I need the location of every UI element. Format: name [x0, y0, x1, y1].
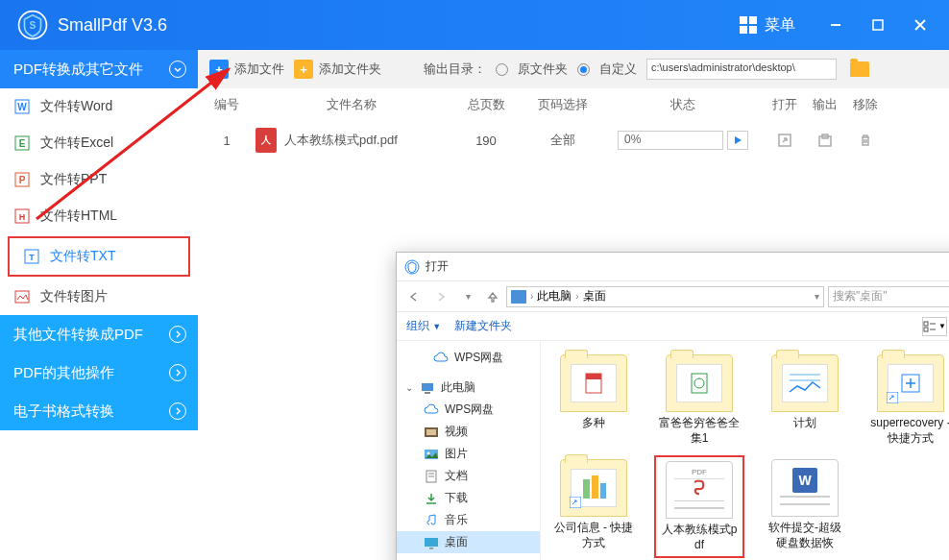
svg-rect-24 [924, 328, 928, 331]
folder-tree: WPS网盘 ⌄此电脑 WPS网盘 视频 图片 文档 下载 音乐 桌面 [397, 341, 541, 560]
progress-bar: 0% [618, 131, 723, 150]
tree-item-pc[interactable]: ⌄此电脑 [397, 377, 540, 399]
add-file-button[interactable]: + 添加文件 [209, 60, 284, 79]
expand-icon[interactable]: ⌄ [404, 382, 414, 393]
close-button[interactable] [899, 0, 941, 50]
browse-folder-button[interactable] [850, 61, 869, 77]
output-path-input[interactable]: c:\users\administrator\desktop\ [646, 59, 837, 80]
tree-item-wps[interactable]: WPS网盘 [397, 347, 540, 369]
sidebar-item-excel[interactable]: E 文件转Excel [0, 125, 198, 161]
back-button[interactable] [402, 286, 426, 307]
cloud-icon [433, 352, 449, 365]
header-sel: 页码选择 [524, 96, 601, 113]
svg-rect-48 [600, 483, 606, 499]
dialog-nav: ▾ › 此电脑 › 桌面 ▾ 搜索"桌面" [397, 281, 949, 312]
tree-item-download[interactable]: 下载 [397, 487, 540, 509]
open-button[interactable] [775, 131, 794, 150]
up-button[interactable] [483, 286, 502, 307]
sidebar-item-label: 文件转Word [40, 98, 112, 115]
search-input[interactable]: 搜索"桌面" [828, 286, 949, 307]
tree-item-image[interactable]: 图片 [397, 443, 540, 465]
minimize-button[interactable] [815, 0, 857, 50]
folder-icon [560, 459, 627, 517]
sidebar-item-txt[interactable]: T 文件转TXT [10, 238, 188, 275]
recent-dropdown[interactable]: ▾ [456, 286, 479, 307]
file-item-selected[interactable]: PDF 人本教练模式pdf [654, 455, 744, 558]
add-folder-button[interactable]: + 添加文件夹 [294, 60, 381, 79]
cell-sel: 全部 [524, 132, 601, 149]
sidebar-item-image[interactable]: 文件转图片 [0, 279, 198, 315]
radio-original[interactable]: 原文件夹 [496, 61, 568, 78]
sidebar-category-ebook[interactable]: 电子书格式转换 [0, 392, 198, 430]
folder-icon [771, 354, 839, 412]
sidebar-item-word[interactable]: W 文件转Word [0, 88, 198, 125]
ppt-icon: P [13, 171, 31, 188]
start-button[interactable] [727, 131, 748, 150]
pdf-file-icon: PDF [666, 461, 733, 519]
sidebar-category-label: 其他文件转换成PDF [13, 326, 143, 344]
sidebar-item-label: 文件转HTML [40, 207, 117, 225]
folder-icon [560, 354, 627, 412]
view-mode-button[interactable]: ▼ [922, 317, 947, 336]
new-folder-button[interactable]: 新建文件夹 [454, 318, 512, 334]
doc-icon [424, 470, 439, 483]
sidebar-category-label: PDF转换成其它文件 [13, 61, 143, 79]
svg-text:T: T [29, 253, 35, 262]
radio-label: 自定义 [599, 61, 637, 78]
dialog-titlebar: 打开 ✕ [397, 253, 949, 281]
svg-rect-39 [586, 374, 601, 379]
file-item[interactable]: 公司信息 - 快捷方式 [548, 455, 639, 558]
radio-custom[interactable]: 自定义 [577, 61, 637, 78]
file-label: 软件提交-超级硬盘数据恢 [764, 521, 846, 550]
button-label: 添加文件 [234, 61, 284, 78]
svg-rect-47 [592, 475, 598, 499]
file-item[interactable]: 富爸爸穷爸爸全集1 [654, 351, 744, 450]
tree-label: 文档 [445, 468, 468, 484]
toolbar: + 添加文件 + 添加文件夹 输出目录： 原文件夹 自定义 c:\users\a… [198, 50, 949, 88]
file-label: superrecovery - 快捷方式 [869, 416, 949, 446]
svg-rect-27 [422, 383, 433, 391]
sidebar-category-other-to-pdf[interactable]: 其他文件转换成PDF [0, 315, 198, 353]
tree-item-wps2[interactable]: WPS网盘 [397, 399, 540, 421]
sidebar-category-label: PDF的其他操作 [13, 364, 114, 382]
tree-item-doc[interactable]: 文档 [397, 465, 540, 487]
app-logo: S [15, 8, 50, 42]
file-item[interactable]: superrecovery - 快捷方式 [865, 351, 949, 450]
svg-text:S: S [30, 20, 36, 31]
file-label: 人本教练模式pdf [660, 523, 739, 552]
sidebar-item-ppt[interactable]: P 文件转PPT [0, 161, 198, 198]
app-icon [404, 259, 420, 275]
output-button[interactable] [815, 131, 835, 150]
tree-item-desktop[interactable]: 桌面 [397, 531, 540, 553]
video-icon [424, 426, 439, 439]
breadcrumb-item[interactable]: 此电脑 [537, 288, 572, 304]
sidebar-category-pdf-to-other[interactable]: PDF转换成其它文件 [0, 50, 198, 88]
address-bar[interactable]: › 此电脑 › 桌面 ▾ [506, 286, 824, 307]
tree-item-video[interactable]: 视频 [397, 421, 540, 443]
radio-icon [496, 63, 508, 76]
sidebar-item-label: 文件转TXT [50, 248, 115, 265]
forward-button[interactable] [429, 286, 452, 307]
menu-button[interactable]: 菜单 [740, 15, 795, 36]
folder-icon [666, 354, 733, 412]
sidebar-category-label: 电子书格式转换 [13, 402, 114, 421]
chevron-down-icon [169, 61, 186, 78]
pdf-icon: 人 [256, 128, 277, 153]
sidebar-item-html[interactable]: H 文件转HTML [0, 198, 198, 234]
chevron-right-icon [169, 364, 186, 381]
header-del: 移除 [845, 96, 886, 113]
word-file-icon: W [771, 459, 839, 517]
file-item[interactable]: 多种 [548, 351, 639, 450]
breadcrumb-item[interactable]: 桌面 [583, 288, 606, 304]
file-item[interactable]: W 软件提交-超级硬盘数据恢 [760, 455, 850, 558]
search-placeholder: 搜索"桌面" [833, 288, 888, 304]
image-icon [424, 448, 439, 461]
radio-icon [577, 63, 590, 76]
sidebar-category-pdf-ops[interactable]: PDF的其他操作 [0, 353, 198, 392]
file-item[interactable]: 计划 [760, 351, 850, 450]
delete-button[interactable] [856, 131, 875, 150]
table-row[interactable]: 1 人 人本教练模式pdf.pdf 190 全部 0% [198, 121, 949, 159]
maximize-button[interactable] [857, 0, 899, 50]
organize-button[interactable]: 组织 ▼ [406, 318, 441, 334]
tree-item-music[interactable]: 音乐 [397, 509, 540, 531]
